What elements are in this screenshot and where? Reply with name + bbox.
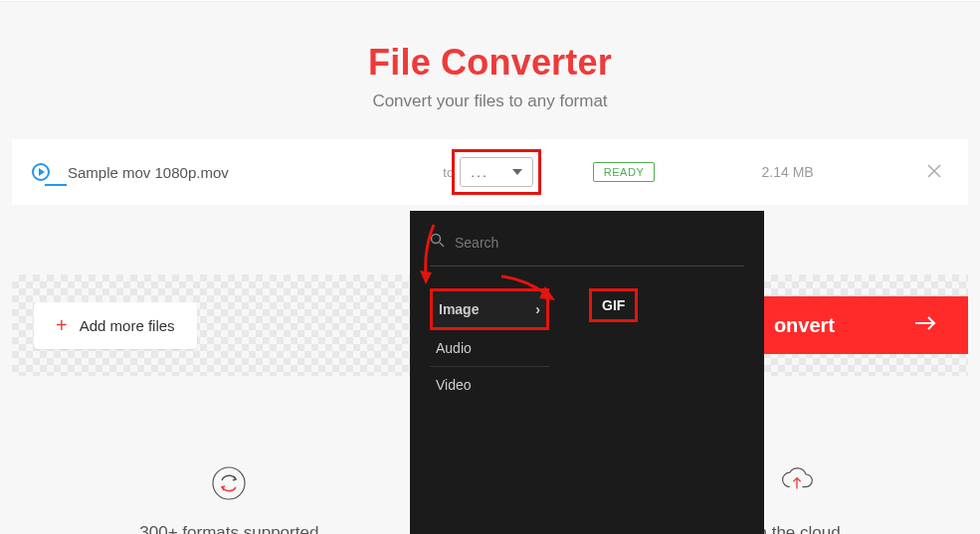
category-image-label: Image	[439, 301, 479, 317]
svg-line-2	[440, 243, 444, 247]
cloud-upload-icon	[779, 465, 815, 501]
file-row: Sample mov 1080p.mov to ... READY 2.14 M…	[12, 139, 968, 205]
page-header: File Converter Convert your files to any…	[0, 2, 980, 131]
page-subtitle: Convert your files to any format	[0, 91, 980, 111]
page-title: File Converter	[0, 42, 980, 84]
search-row	[430, 229, 744, 267]
arrow-right-icon	[914, 315, 938, 335]
category-video-label: Video	[436, 377, 472, 393]
format-gif[interactable]: GIF	[589, 288, 638, 322]
to-label: to	[443, 165, 454, 180]
convert-label: onvert	[774, 314, 835, 337]
add-more-button[interactable]: + Add more files	[34, 302, 197, 349]
feature-formats-label: 300+ formats supported	[139, 523, 318, 534]
category-audio-label: Audio	[436, 340, 472, 356]
refresh-arrows-icon	[211, 465, 247, 501]
format-picker-panel: Image › Audio Video GIF	[410, 211, 764, 534]
add-more-label: Add more files	[80, 317, 175, 334]
feature-formats: 300+ formats supported	[139, 465, 318, 534]
format-search-input[interactable]	[455, 235, 744, 251]
feature-cloud: in the cloud	[754, 465, 841, 534]
file-size-label: 2.14 MB	[762, 164, 814, 180]
plus-icon: +	[56, 314, 68, 337]
play-icon[interactable]	[32, 163, 50, 181]
chevron-down-icon	[512, 169, 522, 175]
chevron-right-icon: ›	[535, 301, 540, 317]
category-video[interactable]: Video	[430, 367, 549, 403]
format-gif-label: GIF	[602, 297, 625, 313]
remove-file-button[interactable]	[920, 161, 948, 184]
status-badge: READY	[593, 162, 655, 182]
dropdown-current: ...	[471, 164, 489, 180]
categories: Image › Audio Video GIF	[430, 288, 744, 403]
category-audio[interactable]: Audio	[430, 330, 549, 367]
format-dropdown[interactable]: ...	[460, 157, 533, 187]
format-dropdown-wrap: ...	[460, 157, 533, 187]
search-icon	[430, 233, 445, 252]
svg-point-0	[213, 467, 245, 499]
file-name-label: Sample mov 1080p.mov	[68, 164, 336, 181]
svg-point-1	[432, 235, 441, 244]
category-image[interactable]: Image ›	[430, 288, 549, 330]
feature-cloud-label: in the cloud	[754, 523, 841, 534]
